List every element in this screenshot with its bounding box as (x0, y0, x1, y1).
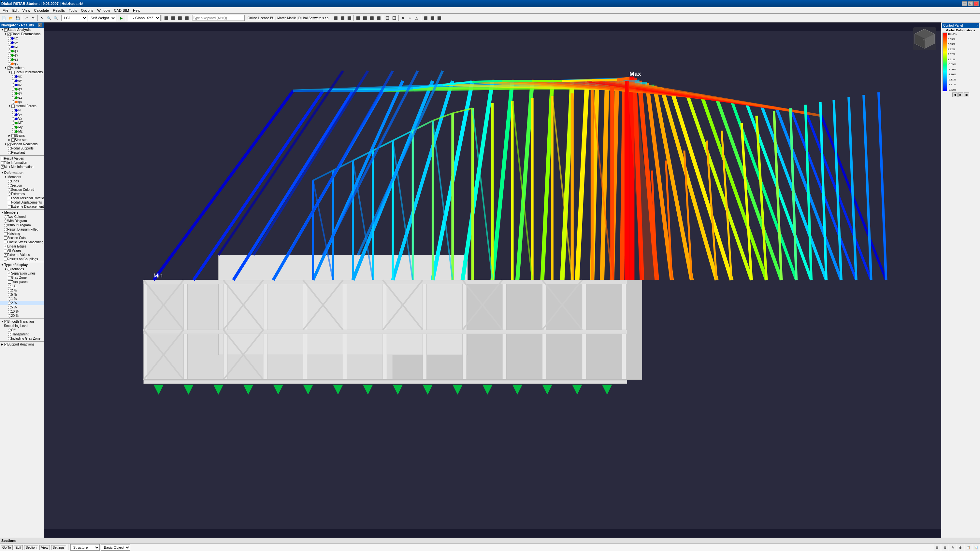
nav-extreme-displacement[interactable]: Extreme Displacement (0, 205, 44, 209)
nav-loc-phic[interactable]: φc (0, 100, 44, 104)
viewport[interactable]: Max Min 3D (44, 22, 941, 538)
nav-members-header[interactable]: ▼ Members (0, 66, 44, 70)
tb2-10[interactable]: ✕ (400, 15, 406, 21)
tb2-12[interactable]: △ (414, 15, 420, 21)
nav-def-members[interactable]: ▼ Members (0, 175, 44, 179)
nav-deformation[interactable]: ▼ Deformation (0, 171, 44, 175)
tb2-5[interactable]: ⬛ (362, 15, 368, 21)
nav-loc-uy[interactable]: uy (0, 78, 44, 83)
view-cube[interactable]: 3D (912, 26, 938, 52)
nav-separation-lines[interactable]: Separation Lines (0, 271, 44, 275)
nav-phix[interactable]: φx (0, 49, 44, 53)
nav-lines[interactable]: Lines (0, 179, 44, 183)
tb-view1[interactable]: ⬛ (163, 15, 169, 21)
filter-dropdown[interactable]: Structure (70, 544, 100, 551)
nav-all-values[interactable]: All Values (0, 248, 44, 253)
tb-open[interactable]: 📂 (8, 15, 14, 21)
menu-results[interactable]: Results (51, 8, 67, 13)
nav-results-on-couplings[interactable]: Results on Couplings (0, 257, 44, 261)
nav-without-diagram[interactable]: without Diagram (0, 223, 44, 227)
nav-internal-forces[interactable]: ▼ Internal Forces (0, 104, 44, 108)
nav-pct-5pm[interactable]: 5 ‰ (0, 292, 44, 297)
tb-view4[interactable]: ⬛ (183, 15, 190, 21)
nav-static-check[interactable] (4, 29, 8, 32)
nav-support-reactions[interactable]: ▼ Support Reactions (0, 142, 44, 146)
nav-result-values[interactable]: Result Values (0, 156, 44, 160)
nav-pct-1[interactable]: 1 ‰ (0, 284, 44, 288)
nav-off[interactable]: Off (0, 328, 44, 332)
tb2-4[interactable]: ⬛ (355, 15, 361, 21)
load-dropdown[interactable]: Self Weight (88, 15, 116, 21)
view-btn[interactable]: View (40, 545, 50, 550)
sec-tb-5[interactable]: 📋 (965, 544, 972, 551)
nav-pct-20pct[interactable]: 20 % (0, 314, 44, 318)
nav-loc-phiy[interactable]: φy (0, 91, 44, 95)
tb-redo[interactable]: ↷ (30, 15, 37, 21)
nav-phic[interactable]: φc (0, 62, 44, 66)
menu-edit[interactable]: Edit (10, 8, 21, 13)
nav-pct-10pct[interactable]: 10 % (0, 310, 44, 314)
tb-zoom-in[interactable]: 🔍 (46, 15, 52, 21)
nav-sr-bottom[interactable]: ▶ Support Reactions (0, 342, 44, 346)
tb2-15[interactable]: ⬛ (436, 15, 442, 21)
nav-gd-check[interactable] (8, 33, 11, 36)
tb-zoom-out[interactable]: 🔍 (52, 15, 59, 21)
nav-two-colored[interactable]: Two-Colored (0, 214, 44, 219)
cp-prev-btn[interactable]: ◀ (952, 92, 958, 97)
sec-tb-2[interactable]: ⊟ (942, 544, 948, 551)
tb-run[interactable]: ▶ (118, 15, 125, 21)
sec-tb-1[interactable]: ⊞ (934, 544, 940, 551)
nav-result-diagram-filled[interactable]: Result Diagram Filled (0, 227, 44, 232)
tb2-3[interactable]: ⬛ (346, 15, 353, 21)
nav-pct-2pct[interactable]: 2 % (0, 301, 44, 305)
menu-help[interactable]: Help (131, 8, 142, 13)
nav-section-cuts[interactable]: Section Cuts (0, 236, 44, 240)
nav-ux[interactable]: ux (0, 36, 44, 40)
cp-home-btn[interactable]: ▣ (964, 92, 969, 97)
nav-strains[interactable]: ▶ Strains (0, 133, 44, 138)
tb-view2[interactable]: ⬛ (170, 15, 176, 21)
nav-nodal-displacements[interactable]: Nodal Displacements (0, 200, 44, 205)
tb-save[interactable]: 💾 (14, 15, 21, 21)
nav-title-information[interactable]: Title Information (0, 160, 44, 165)
nav-resultant[interactable]: Resultant (0, 151, 44, 155)
tb2-6[interactable]: ⬛ (369, 15, 375, 21)
menu-window[interactable]: Window (95, 8, 112, 13)
objects-dropdown[interactable]: Basic Objects (101, 544, 130, 551)
nav-gray-zone[interactable]: Gray-Zone (0, 275, 44, 280)
nav-loc-phix[interactable]: φx (0, 87, 44, 91)
nav-incl-gray[interactable]: Including Gray Zone (0, 337, 44, 341)
nav-with-diagram[interactable]: With Diagram (0, 219, 44, 223)
nav-mem-display[interactable]: ▼ Members (0, 210, 44, 214)
tb2-7[interactable]: ⬛ (375, 15, 382, 21)
nav-nodal-supports[interactable]: Nodal Supports (0, 146, 44, 151)
tb2-13[interactable]: ⬛ (422, 15, 429, 21)
nav-maxmin-information[interactable]: Max Min Information (0, 165, 44, 169)
nav-pct-2[interactable]: 2 ‰ (0, 288, 44, 292)
menu-cadbim[interactable]: CAD-BIM (112, 8, 131, 13)
nav-MT[interactable]: MT (0, 121, 44, 125)
menu-tools[interactable]: Tools (67, 8, 79, 13)
nav-stresses[interactable]: ▶ Stresses (0, 138, 44, 142)
nav-N[interactable]: N (0, 108, 44, 112)
axis-dropdown[interactable]: 1 - Global XYZ (127, 15, 161, 21)
nav-Vz[interactable]: Vz (0, 117, 44, 121)
tb-view3[interactable]: ⬛ (177, 15, 183, 21)
nav-loc-uz[interactable]: uz (0, 83, 44, 87)
tb-select[interactable]: ↖ (39, 15, 45, 21)
edit-btn[interactable]: Edit (14, 545, 23, 550)
nav-uz[interactable]: uz (0, 44, 44, 49)
search-input[interactable] (192, 15, 245, 21)
lc-dropdown[interactable]: LC1 (61, 15, 88, 21)
nav-static-analysis[interactable]: ▼ Static Analysis (0, 28, 44, 32)
tb-undo[interactable]: ↶ (23, 15, 30, 21)
nav-pct-1pct[interactable]: 1 % (0, 297, 44, 301)
nav-isobands[interactable]: ▼ Isobands (0, 267, 44, 271)
nav-close[interactable]: × (38, 23, 42, 27)
tb2-1[interactable]: ⬛ (332, 15, 339, 21)
nav-loc-ux[interactable]: ux (0, 74, 44, 78)
cp-close[interactable]: × (976, 24, 978, 27)
nav-extremes[interactable]: Extremes (0, 192, 44, 196)
tb-new[interactable]: 📄 (1, 15, 7, 21)
nav-phiy[interactable]: φy (0, 53, 44, 57)
